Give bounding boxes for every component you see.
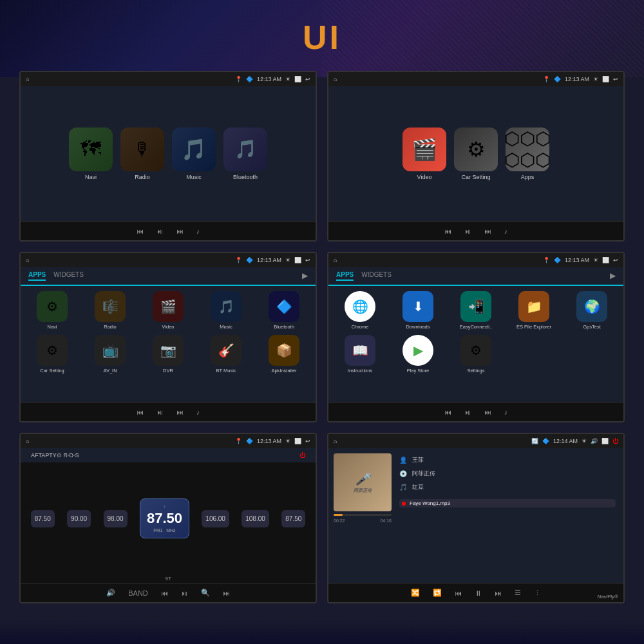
track-2[interactable]: 💿 阿菲正传	[399, 469, 616, 478]
play-btn-4[interactable]: ⏯	[464, 408, 471, 416]
tab-widgets-4[interactable]: WIDGETS	[361, 271, 392, 281]
pause-btn[interactable]: ⏸	[475, 589, 482, 597]
grid-carsetting[interactable]: ⚙ Car Setting	[26, 335, 79, 374]
prev-btn-1[interactable]: ⏮	[137, 227, 144, 235]
grid-btmusic[interactable]: 🎸 BT Music	[200, 335, 252, 374]
time-1: 12:13 AM	[257, 76, 281, 82]
search-btn[interactable]: 🔍	[201, 589, 210, 597]
shuffle-btn[interactable]: 🔀	[411, 589, 420, 597]
freq-10600[interactable]: 106.00	[202, 510, 229, 527]
freq-main-display: ↑ 87.50 FM1 MHz	[140, 498, 189, 538]
grid-settings[interactable]: ⚙ Settings	[450, 335, 502, 374]
grid-apkinstaller[interactable]: 📦 ApkInstaller	[258, 335, 310, 374]
radio-af[interactable]: AF	[31, 452, 39, 459]
refresh-icon-6: 🔄	[531, 438, 538, 444]
grid-carsetting-icon: ⚙	[37, 335, 68, 366]
next-btn-4[interactable]: ⏭	[484, 408, 491, 416]
prev-btn-5[interactable]: ⏮	[161, 589, 168, 597]
app-radio[interactable]: 🎙 Radio	[120, 128, 164, 180]
bluetooth-icon-6: 🔷	[542, 438, 549, 444]
play-btn-5[interactable]: ⏯	[181, 589, 188, 597]
next-btn-1[interactable]: ⏭	[176, 227, 184, 235]
radio-power[interactable]: ⏻	[299, 452, 305, 459]
app-navi[interactable]: 🗺 Navi	[69, 128, 113, 180]
app-video[interactable]: 🎬 Video	[402, 128, 446, 180]
grid-dvr[interactable]: 📷 DVR	[142, 335, 194, 374]
app-bluetooth[interactable]: 🎵 Bluetooth	[223, 128, 267, 180]
tab-widgets-3[interactable]: WIDGETS	[53, 271, 84, 281]
tab-apps-4[interactable]: APPS	[336, 271, 354, 281]
radio-rds[interactable]: ⊙ R·D·S	[57, 452, 79, 459]
play-btn-3[interactable]: ⏯	[156, 408, 164, 416]
back-icon-4: ↩	[613, 257, 618, 263]
grid-instructions-label: Instructions	[348, 368, 372, 374]
grid-easyconnect[interactable]: 📲 EasyConnecti..	[450, 291, 502, 330]
app-music[interactable]: 🎵 Music	[172, 128, 216, 180]
grid-playstore[interactable]: ▶ Play Store	[392, 335, 444, 374]
grid-radio[interactable]: 🎼 Radio	[84, 291, 137, 330]
more-btn[interactable]: ⋮	[534, 589, 541, 597]
grid-avin-label: AV_IN	[103, 368, 117, 374]
home-icon-4: ⌂	[334, 257, 337, 263]
next-btn-5[interactable]: ⏭	[223, 589, 230, 597]
status-bar-2: ⌂ 📍 🔷 12:13 AM ☀ ⬜ ↩	[328, 72, 623, 86]
power-icon-6[interactable]: ⏻	[612, 438, 618, 444]
freq-9800[interactable]: 98.00	[104, 510, 128, 527]
grid-radio-label: Radio	[104, 324, 117, 330]
volume-btn[interactable]: 🔊	[106, 589, 115, 597]
play-btn-2[interactable]: ⏯	[464, 227, 471, 235]
next-btn-2[interactable]: ⏭	[484, 227, 491, 235]
brightness-icon-4: ☀	[593, 257, 598, 263]
grid-gpstest[interactable]: 🌍 GpsTest	[565, 291, 618, 330]
radio-ta[interactable]: TA	[39, 452, 46, 459]
grid-chrome[interactable]: 🌐 Chrome	[334, 291, 386, 330]
app-row-2: 🎬 Video ⚙ Car Setting ⬡⬡⬡⬡⬡⬡	[331, 122, 621, 185]
prev-btn-2[interactable]: ⏮	[444, 227, 451, 235]
grid-avin[interactable]: 📺 AV_IN	[84, 335, 137, 374]
grid-navi[interactable]: ⚙ Navi	[26, 291, 79, 330]
freq-8750-1[interactable]: 87.50	[31, 510, 55, 527]
back-icon-3: ↩	[305, 257, 310, 263]
next-btn-6[interactable]: ⏭	[495, 589, 502, 597]
track-3[interactable]: 🎵 红豆	[399, 483, 616, 491]
radio-pty[interactable]: PTY	[45, 452, 57, 459]
time-elapsed: 00:22	[334, 518, 345, 523]
bottom-controls-3: ⏮ ⏯ ⏭ ♪	[21, 402, 316, 421]
next-btn-3[interactable]: ⏭	[176, 408, 184, 416]
freq-10800[interactable]: 108.00	[242, 510, 269, 527]
current-track-name: Faye Wong1.mp3	[410, 500, 450, 506]
freq-8750-2[interactable]: 87.50	[281, 510, 305, 527]
grid-carsetting-label: Car Setting	[40, 368, 64, 374]
grid-music-icon: 🎵	[211, 291, 242, 322]
grid-bluetooth[interactable]: 🔷 Bluetooth	[258, 291, 310, 330]
album-art: 🎤 阿菲正传	[334, 453, 392, 511]
play-btn-1[interactable]: ⏯	[156, 227, 164, 235]
prev-btn-3[interactable]: ⏮	[137, 408, 144, 416]
grid-esfile[interactable]: 📁 ES File Explorer	[507, 291, 560, 330]
repeat-btn[interactable]: 🔁	[433, 589, 442, 597]
track-1[interactable]: 👤 王菲	[399, 456, 616, 464]
grid-downloads[interactable]: ⬇ Downloads	[392, 291, 444, 330]
tab-apps-3[interactable]: APPS	[28, 271, 46, 281]
grid-instructions[interactable]: 📖 Instructions	[334, 335, 386, 374]
home-icon-3: ⌂	[26, 257, 29, 263]
navifly-badge: NaviFly®	[597, 594, 618, 600]
track-list: 👤 王菲 💿 阿菲正传 🎵 红豆 Faye Wong1.mp3	[397, 453, 618, 578]
home-icon-1: ⌂	[26, 76, 29, 82]
grid-music[interactable]: 🎵 Music	[200, 291, 252, 330]
prev-btn-4[interactable]: ⏮	[444, 408, 451, 416]
prev-btn-6[interactable]: ⏮	[455, 589, 462, 597]
grid-video[interactable]: 🎬 Video	[142, 291, 194, 330]
apps-tabs-4: APPS WIDGETS ▶	[328, 267, 623, 286]
home-icon-5: ⌂	[26, 438, 29, 444]
music-note-2: ♪	[504, 227, 508, 235]
grid-easyconnect-label: EasyConnecti..	[460, 324, 492, 330]
freq-9000[interactable]: 90.00	[67, 510, 91, 527]
app-carsetting[interactable]: ⚙ Car Setting	[454, 128, 498, 180]
list-btn[interactable]: ☰	[515, 589, 521, 597]
screen-apps-list1: ⌂ 📍 🔷 12:13 AM ☀ ⬜ ↩ APPS WIDGETS ▶	[19, 252, 317, 422]
band-btn[interactable]: BAND	[128, 589, 148, 597]
music-label: Music	[186, 174, 202, 180]
app-apps[interactable]: ⬡⬡⬡⬡⬡⬡ Apps	[506, 128, 549, 180]
bluetooth-icon-5: 🔷	[246, 438, 253, 444]
